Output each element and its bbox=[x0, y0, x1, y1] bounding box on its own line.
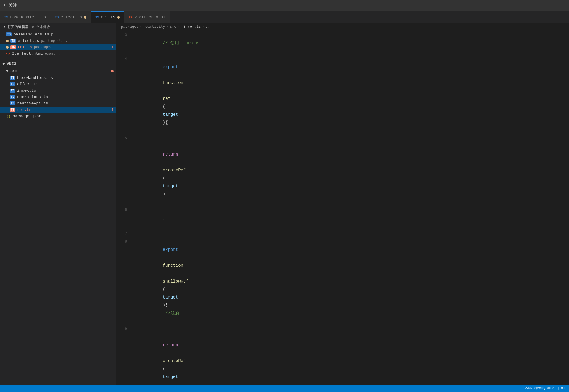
sidebar-file-index-vue3[interactable]: TS index.ts bbox=[0, 87, 116, 94]
html-icon: <> bbox=[129, 16, 133, 19]
main-layout: ▼ 打开的编辑器 2 个未保存 TS baseHandlers.ts p... … bbox=[0, 23, 569, 385]
comment: // 使用 tokens bbox=[163, 41, 199, 46]
sidebar-file-baseHandlers[interactable]: TS baseHandlers.ts p... bbox=[0, 31, 116, 38]
line-content: export function shallowRef ( target ){ /… bbox=[132, 238, 569, 325]
file-name: baseHandlers.ts bbox=[17, 75, 53, 80]
src-arrow: ▼ bbox=[6, 69, 9, 73]
tab-ref[interactable]: TS ref.ts bbox=[91, 11, 124, 23]
sidebar-file-ref[interactable]: TS ref.ts packages... 1 bbox=[0, 44, 116, 50]
tab-2effect[interactable]: <> 2.effect.html bbox=[124, 11, 170, 23]
file-name: index.ts bbox=[17, 88, 36, 93]
vue3-folder-header[interactable]: ▼ VUE3 bbox=[0, 60, 116, 68]
breadcrumb-sep: › bbox=[178, 25, 180, 29]
file-name: effect.ts bbox=[18, 38, 39, 43]
tab-baseHandlers[interactable]: TS baseHandlers.ts bbox=[0, 11, 50, 23]
breadcrumb-sep: › bbox=[166, 25, 169, 29]
ts-file-icon: TS bbox=[10, 76, 15, 80]
line-number: 5 bbox=[116, 134, 132, 142]
vue3-arrow: ▼ bbox=[2, 62, 5, 66]
ts-file-icon: TS bbox=[10, 45, 16, 49]
function-name: shallowRef bbox=[163, 279, 188, 284]
breadcrumb-part: packages bbox=[121, 25, 139, 29]
tab-effect[interactable]: TS effect.ts bbox=[50, 11, 91, 23]
ts-file-icon: TS bbox=[6, 32, 12, 36]
title-bar: + 关注 bbox=[0, 0, 569, 11]
modified-indicator bbox=[6, 46, 9, 49]
ts-file-icon: TS bbox=[10, 89, 15, 93]
add-icon[interactable]: + bbox=[3, 3, 6, 8]
breadcrumb: packages › reactivity › src › TS ref.ts … bbox=[116, 23, 569, 31]
sidebar-file-effect-vue3[interactable]: TS effect.ts bbox=[0, 81, 116, 87]
param: target bbox=[163, 295, 178, 300]
tab-label: effect.ts bbox=[60, 15, 82, 20]
file-name: baseHandlers.ts bbox=[13, 32, 49, 37]
line-number: 6 bbox=[116, 206, 132, 214]
keyword-return: return bbox=[163, 343, 178, 347]
json-file-icon: {} bbox=[6, 114, 11, 119]
code-line: 3 // 使用 tokens bbox=[116, 31, 569, 55]
function-call: createRef bbox=[163, 168, 186, 173]
src-label: src bbox=[10, 69, 17, 73]
code-editor[interactable]: 3 // 使用 tokens 4 export function ref ( bbox=[116, 31, 569, 385]
function-name: ref bbox=[163, 96, 170, 101]
open-editors-label: 打开的编辑器 bbox=[8, 25, 29, 29]
src-folder-header[interactable]: ▼ src bbox=[0, 68, 116, 75]
line-content: // 使用 tokens bbox=[132, 31, 569, 55]
error-count: 1 bbox=[111, 45, 114, 49]
error-count: 1 bbox=[111, 108, 114, 112]
line-content: return createRef ( target , true ) bbox=[132, 325, 569, 385]
param: target bbox=[163, 112, 178, 117]
ts-file-icon: TS bbox=[10, 95, 15, 99]
breadcrumb-sep: › bbox=[140, 25, 142, 29]
sidebar-file-effect[interactable]: TS effect.ts packages\... bbox=[0, 38, 116, 44]
sidebar: ▼ 打开的编辑器 2 个未保存 TS baseHandlers.ts p... … bbox=[0, 23, 116, 385]
breadcrumb-part: ... bbox=[206, 25, 212, 29]
param: target bbox=[163, 184, 178, 189]
vue3-label: VUE3 bbox=[7, 62, 16, 66]
keyword-export: export bbox=[163, 247, 178, 252]
line-content: } bbox=[132, 206, 569, 230]
code-line: 6 } bbox=[116, 206, 569, 230]
code-line: 7 bbox=[116, 230, 569, 238]
sidebar-file-package-json[interactable]: {} package.json bbox=[0, 113, 116, 119]
tabs-bar: TS baseHandlers.ts TS effect.ts TS ref.t… bbox=[0, 11, 569, 23]
ts-icon: TS bbox=[4, 16, 8, 19]
sidebar-file-operations-vue3[interactable]: TS operations.ts bbox=[0, 94, 116, 100]
ts-file-icon: TS bbox=[10, 101, 15, 105]
line-number: 3 bbox=[116, 31, 132, 39]
sidebar-file-baseHandlers-vue3[interactable]: TS baseHandlers.ts bbox=[0, 75, 116, 81]
keyword-function: function bbox=[163, 80, 183, 85]
file-name: operations.ts bbox=[17, 95, 48, 99]
sidebar-file-reativeApi-vue3[interactable]: TS reativeApi.ts bbox=[0, 100, 116, 107]
code-line: 4 export function ref ( target ){ bbox=[116, 55, 569, 134]
ts-file-icon: TS bbox=[10, 39, 16, 43]
unsaved-badge: 2 个未保存 bbox=[32, 25, 50, 29]
file-name: reativeApi.ts bbox=[17, 101, 48, 106]
collapse-arrow: ▼ bbox=[4, 25, 6, 29]
file-name: ref.ts bbox=[18, 45, 32, 49]
function-call: createRef bbox=[163, 358, 186, 363]
open-editors-header[interactable]: ▼ 打开的编辑器 2 个未保存 bbox=[0, 23, 116, 31]
watermark: CSDN @youyoufenglai bbox=[523, 386, 565, 390]
keyword-function: function bbox=[163, 263, 183, 268]
file-name: 2.effect.html bbox=[12, 51, 43, 56]
breadcrumb-part: reactivity bbox=[143, 25, 165, 29]
sidebar-file-ref-vue3[interactable]: TS ref.ts 1 bbox=[0, 107, 116, 113]
keyword-export: export bbox=[163, 64, 178, 69]
file-name: effect.ts bbox=[17, 82, 38, 86]
comment: //浅的 bbox=[163, 311, 179, 316]
breadcrumb-part: src bbox=[170, 25, 177, 29]
line-content: return createRef ( target ) bbox=[132, 134, 569, 206]
status-bar: CSDN @youyoufenglai bbox=[0, 385, 569, 392]
modified-dot bbox=[84, 16, 86, 19]
tab-label: baseHandlers.ts bbox=[10, 15, 46, 20]
code-content: 3 // 使用 tokens 4 export function ref ( bbox=[116, 31, 569, 385]
keyword-return: return bbox=[163, 152, 178, 157]
modified-indicator bbox=[6, 40, 9, 42]
tab-label: 2.effect.html bbox=[134, 15, 165, 20]
src-modified-dot bbox=[111, 70, 114, 72]
sidebar-file-2effect[interactable]: <> 2.effect.html exam... bbox=[0, 50, 116, 57]
ts-file-icon: TS bbox=[10, 82, 15, 86]
line-number: 9 bbox=[116, 325, 132, 333]
tab-label: ref.ts bbox=[101, 15, 115, 20]
